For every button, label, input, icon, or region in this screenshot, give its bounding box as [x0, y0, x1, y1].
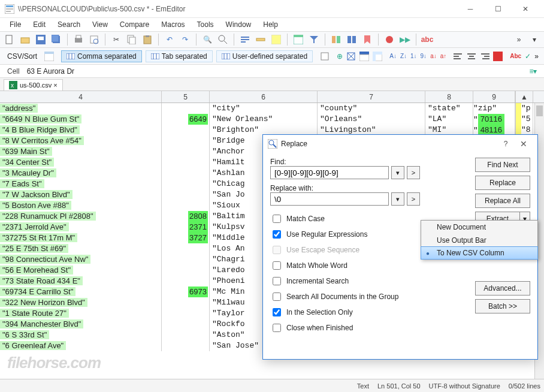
- close-finished-checkbox[interactable]: Close when Finished: [270, 322, 426, 334]
- replace-icon[interactable]: [217, 34, 229, 46]
- extract-menu-new-csv-column[interactable]: To New CSV Column: [421, 246, 538, 260]
- find-icon[interactable]: 🔍: [201, 34, 213, 46]
- extract-menu-output-bar[interactable]: Use Output Bar: [421, 234, 537, 247]
- toolbar-overflow-icon[interactable]: »: [513, 34, 525, 46]
- cell-value[interactable]: 63 E Aurora Dr: [23, 67, 526, 76]
- column-header-5[interactable]: 5: [162, 91, 210, 102]
- abc-icon[interactable]: Abc: [510, 53, 521, 59]
- menu-edit[interactable]: Edit: [28, 19, 50, 30]
- advanced-button[interactable]: Advanced...: [475, 281, 530, 295]
- menu-macros[interactable]: Macros: [156, 19, 189, 30]
- incremental-checkbox[interactable]: Incremental Search: [270, 275, 426, 287]
- csv-convert-icon[interactable]: [44, 52, 54, 61]
- align-left-icon[interactable]: [454, 52, 463, 61]
- validate-icon[interactable]: [493, 52, 503, 61]
- column-header-scroll[interactable]: ▲: [515, 91, 533, 102]
- edit-cell-icon[interactable]: [320, 52, 330, 61]
- column-header-6[interactable]: 6: [210, 91, 318, 102]
- bookmark-icon[interactable]: [361, 34, 373, 46]
- svg-rect-2: [6, 8, 13, 10]
- cell-dropdown-icon[interactable]: ≡▾: [526, 67, 540, 76]
- sort-num-asc-icon[interactable]: 1↓: [410, 53, 417, 59]
- extract-menu-new-document[interactable]: New Document: [421, 221, 537, 234]
- replace-input[interactable]: [270, 192, 389, 206]
- regex-checkbox[interactable]: Use Regular Expressions: [270, 228, 426, 240]
- compare-icon[interactable]: [330, 34, 342, 46]
- whole-word-checkbox[interactable]: Match Whole Word: [270, 260, 426, 272]
- all-docs-checkbox[interactable]: Search All Documents in the Group: [270, 291, 426, 303]
- spell-icon[interactable]: abc: [421, 34, 433, 46]
- dialog-close-button[interactable]: ✕: [515, 139, 533, 149]
- column-header-4[interactable]: 4: [0, 91, 162, 102]
- print-preview-icon[interactable]: [88, 34, 100, 46]
- cut-icon[interactable]: ✂: [110, 34, 122, 46]
- filter-icon[interactable]: [308, 34, 320, 46]
- sort-len2-icon[interactable]: a↑: [440, 53, 447, 59]
- window-close-button[interactable]: ✕: [512, 1, 539, 17]
- save-icon[interactable]: [35, 34, 47, 46]
- csv-icon[interactable]: [292, 34, 304, 46]
- menu-tools[interactable]: Tools: [192, 19, 219, 30]
- extracted-column[interactable]: 66492808237137276973: [162, 103, 210, 351]
- new-file-icon[interactable]: [4, 34, 16, 46]
- highlight-icon[interactable]: [270, 34, 282, 46]
- menu-view[interactable]: View: [87, 19, 113, 30]
- copy-icon[interactable]: [126, 34, 138, 46]
- menu-help[interactable]: Help: [258, 19, 283, 30]
- macro-play-icon[interactable]: ▶▶: [399, 34, 411, 46]
- check-icon[interactable]: ✓: [525, 52, 531, 61]
- replace-button[interactable]: Replace: [475, 176, 530, 190]
- find-more-button[interactable]: >: [407, 166, 420, 179]
- sort-len-icon[interactable]: a↓: [430, 53, 437, 59]
- window-minimize-button[interactable]: ─: [457, 1, 484, 17]
- window-maximize-button[interactable]: ☐: [484, 1, 512, 17]
- status-lines: 0/502 lines: [509, 382, 540, 390]
- save-all-icon[interactable]: [50, 34, 62, 46]
- print-icon[interactable]: [72, 34, 84, 46]
- sort-desc-icon[interactable]: Z↓: [400, 53, 407, 59]
- redo-icon[interactable]: ↷: [179, 34, 191, 46]
- batch-button[interactable]: Batch >>: [475, 299, 530, 313]
- find-next-button[interactable]: Find Next: [475, 158, 530, 172]
- header-icon[interactable]: [359, 52, 369, 61]
- wrap-icon[interactable]: [239, 34, 251, 46]
- align-center-icon[interactable]: [467, 52, 476, 61]
- dialog-titlebar[interactable]: Replace ? ✕: [263, 135, 537, 153]
- pivottable-icon[interactable]: [373, 52, 382, 61]
- macro-record-icon[interactable]: [383, 34, 395, 46]
- add-col-icon[interactable]: ⊕: [337, 52, 343, 61]
- replace-all-button[interactable]: Replace All: [475, 194, 530, 208]
- find-input[interactable]: [270, 166, 389, 179]
- toolbar-dropdown-icon[interactable]: ▾: [528, 34, 540, 46]
- replace-dropdown-icon[interactable]: ▾: [391, 192, 404, 206]
- user-separated-button[interactable]: User-defined separated: [216, 50, 313, 62]
- menu-file[interactable]: File: [5, 19, 26, 30]
- menu-search[interactable]: Search: [53, 19, 85, 30]
- address-column[interactable]: "address""6649 N Blue Gum St""4 B Blue R…: [0, 103, 162, 351]
- sync-icon[interactable]: [346, 34, 358, 46]
- find-dropdown-icon[interactable]: ▾: [391, 166, 404, 179]
- tab-separated-button[interactable]: Tab separated: [146, 50, 213, 62]
- selection-only-checkbox[interactable]: In the Selection Only: [270, 306, 426, 318]
- undo-icon[interactable]: ↶: [164, 34, 176, 46]
- match-case-checkbox[interactable]: Match Case: [270, 213, 426, 225]
- align-right-icon[interactable]: [480, 52, 489, 61]
- sort-num-desc-icon[interactable]: 9↓: [421, 53, 427, 59]
- menu-window[interactable]: Window: [221, 19, 256, 30]
- open-file-icon[interactable]: [19, 34, 31, 46]
- document-tabbar: x us-500.csv ×: [0, 78, 544, 91]
- svg-rect-36: [151, 53, 159, 59]
- column-header-8[interactable]: 8: [425, 91, 473, 102]
- document-tab[interactable]: x us-500.csv ×: [4, 79, 63, 91]
- csv-overflow-icon[interactable]: »: [534, 52, 539, 61]
- dialog-help-button[interactable]: ?: [497, 140, 515, 148]
- replace-more-button[interactable]: >: [407, 192, 420, 206]
- column-header-7[interactable]: 7: [318, 91, 425, 102]
- paste-icon[interactable]: [141, 34, 153, 46]
- sort-asc-icon[interactable]: A↓: [389, 53, 397, 59]
- comma-separated-button[interactable]: Comma separated: [61, 50, 142, 62]
- menu-compare[interactable]: Compare: [115, 19, 154, 30]
- ruler-icon[interactable]: [255, 34, 267, 46]
- select-col-icon[interactable]: [346, 52, 356, 61]
- column-header-9[interactable]: 9: [473, 91, 515, 102]
